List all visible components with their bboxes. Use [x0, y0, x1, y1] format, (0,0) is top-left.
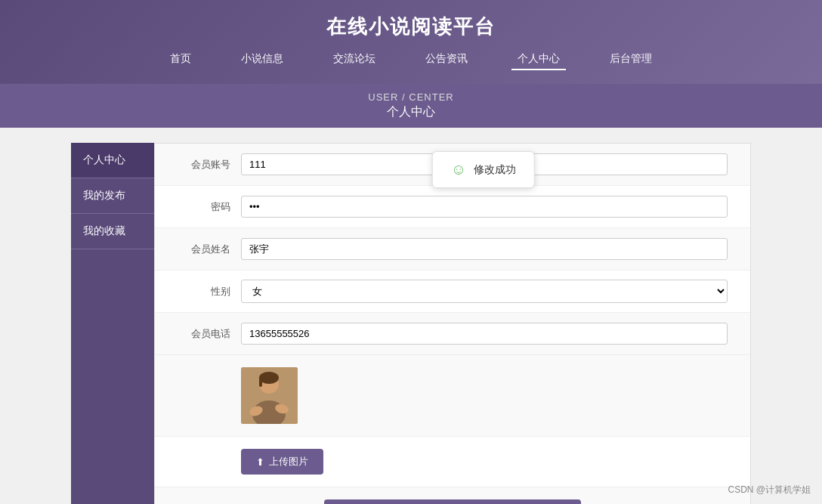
password-input[interactable] [241, 196, 728, 218]
sidebar-item-favorites[interactable]: 我的收藏 [71, 214, 154, 249]
watermark: CSDN @计算机学姐 [728, 484, 811, 496]
avatar-image [241, 367, 298, 424]
account-label: 会员账号 [178, 158, 230, 172]
avatar [241, 367, 298, 424]
nav-forum[interactable]: 交流论坛 [327, 49, 382, 70]
content-area: ☺ 修改成功 会员账号 密码 会员姓名 性别 男 女 会员电话 [154, 143, 751, 504]
update-button[interactable]: 更新信息 [324, 499, 581, 504]
toast-notification: ☺ 修改成功 [432, 151, 535, 188]
site-title: 在线小说阅读平台 [0, 14, 822, 40]
gender-label: 性别 [178, 285, 230, 298]
phone-row: 会员电话 [155, 313, 750, 355]
avatar-row [155, 355, 750, 437]
gender-select[interactable]: 男 女 [241, 280, 728, 303]
name-row: 会员姓名 [155, 228, 750, 271]
main-layout: 个人中心 我的发布 我的收藏 ☺ 修改成功 会员账号 密码 会员姓名 性别 [71, 128, 751, 504]
breadcrumb-path: USER / CENTER [0, 91, 822, 103]
nav-novels[interactable]: 小说信息 [235, 49, 289, 70]
sidebar-item-profile[interactable]: 个人中心 [71, 143, 154, 178]
breadcrumb-bar: USER / CENTER 个人中心 [0, 84, 822, 128]
main-nav: 首页 小说信息 交流论坛 公告资讯 个人中心 后台管理 [0, 49, 822, 76]
breadcrumb-subtitle: 个人中心 [0, 104, 822, 120]
upload-label: 上传图片 [269, 455, 308, 468]
password-row: 密码 [155, 186, 750, 228]
nav-home[interactable]: 首页 [164, 49, 197, 70]
upload-icon: ⬆ [256, 456, 264, 468]
upload-button[interactable]: ⬆ 上传图片 [241, 449, 323, 475]
toast-icon: ☺ [451, 161, 466, 178]
upload-row: ⬆ 上传图片 [155, 437, 750, 487]
name-input[interactable] [241, 238, 728, 260]
sidebar-item-posts[interactable]: 我的发布 [71, 178, 154, 214]
password-label: 密码 [178, 200, 230, 214]
action-section: 更新信息 退出登录 [155, 487, 750, 504]
phone-input[interactable] [241, 323, 728, 345]
nav-profile[interactable]: 个人中心 [511, 49, 566, 70]
svg-rect-6 [259, 378, 262, 387]
header: 在线小说阅读平台 首页 小说信息 交流论坛 公告资讯 个人中心 后台管理 [0, 0, 822, 84]
sidebar: 个人中心 我的发布 我的收藏 [71, 143, 154, 504]
gender-row: 性别 男 女 [155, 271, 750, 313]
toast-message: 修改成功 [474, 163, 516, 177]
phone-label: 会员电话 [178, 327, 230, 341]
nav-news[interactable]: 公告资讯 [419, 49, 474, 70]
name-label: 会员姓名 [178, 243, 230, 256]
nav-admin[interactable]: 后台管理 [604, 49, 658, 70]
